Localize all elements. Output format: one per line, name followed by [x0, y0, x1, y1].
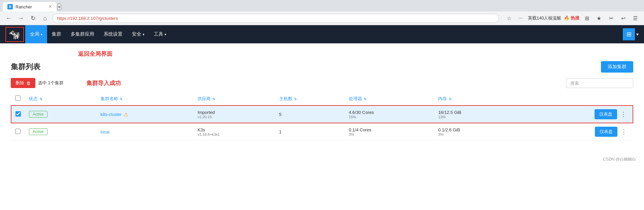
table-header: 状态 ⇅ 集群名称 ⇅ 供应商 ⇅ 主机数 ⇅ 处理器 ⇅: [11, 92, 633, 106]
cut-button[interactable]: ✂: [606, 13, 616, 23]
row2-checkbox-cell: [11, 123, 25, 140]
row1-provider-version: v1.20.15: [198, 115, 271, 119]
row2-cpu: 0.1/4 Cores 3%: [349, 127, 430, 136]
main-content: 返回全局界面 集群列表 添加集群 删除 🗑 选中 1个集群 集群导入成功 状态 …: [0, 43, 644, 147]
browser-address-bar: ← → ↻ ⌂ https://192.168.2.107/g/clusters…: [0, 11, 644, 25]
row1-provider-cell: Imported v1.20.15: [193, 106, 275, 123]
nav-settings-label: 系统设置: [104, 31, 122, 37]
refresh-button[interactable]: ↻: [28, 13, 38, 23]
menu-button[interactable]: ☰: [631, 13, 640, 23]
user-avatar[interactable]: ⊞: [623, 28, 635, 40]
th-memory[interactable]: 内存 ⇅: [434, 92, 518, 106]
th-actions: [518, 92, 633, 106]
nav-item-global[interactable]: 全局 ▾: [25, 25, 47, 43]
nav-item-multicluster[interactable]: 多集群应用: [66, 25, 99, 43]
th-provider-sort: ⇅: [213, 97, 215, 101]
row1-name-cell: k8s-cluster ⚠: [97, 106, 194, 123]
row1-cpu-val: 4.6/30 Cores: [349, 110, 430, 115]
delete-icon: 🗑: [26, 81, 31, 86]
more-options-button[interactable]: ···: [516, 13, 525, 23]
app-header: 🐄 全局 ▾ 集群 多集群应用 系统设置 安全 ▾ 工具 ▾ ⊞ ▾: [0, 25, 644, 43]
page-title-row: 集群列表 添加集群: [11, 61, 633, 73]
user-icon-symbol: ⊞: [627, 31, 632, 38]
row2-memory-cell: 0.1/2.6 GiB 3%: [434, 123, 518, 140]
row1-more-button[interactable]: ⋮: [618, 110, 629, 119]
nav-tools-label: 工具: [154, 31, 163, 37]
forward-button[interactable]: →: [16, 13, 26, 23]
row2-cpu-val: 0.1/4 Cores: [349, 127, 430, 132]
th-memory-label: 内存: [438, 96, 447, 101]
row1-provider-name: Imported: [198, 110, 271, 115]
table-body: Active k8s-cluster ⚠ Imported v1.20.15 5: [11, 106, 633, 140]
row2-checkbox[interactable]: [15, 129, 21, 134]
nav-item-settings[interactable]: 系统设置: [99, 25, 127, 43]
th-cpu-sort: ⇅: [364, 97, 366, 101]
row2-actions-cell: 仪表盘 ⋮: [518, 123, 633, 140]
row1-hosts: 5: [279, 112, 282, 117]
row1-dashboard-button[interactable]: 仪表盘: [595, 109, 617, 119]
th-name-sort: ⇅: [120, 97, 122, 101]
th-cpu[interactable]: 处理器 ⇅: [345, 92, 434, 106]
back-button[interactable]: ←: [4, 13, 13, 23]
nav-item-cluster[interactable]: 集群: [47, 25, 66, 43]
delete-button[interactable]: 删除 🗑: [11, 78, 35, 88]
row1-status-cell: Active: [25, 106, 97, 123]
th-name-label: 集群名称: [101, 96, 118, 101]
th-checkbox: [11, 92, 25, 106]
row2-provider-version: v1.18.8+k3s1: [198, 132, 271, 136]
th-hosts-sort: ⇅: [294, 97, 297, 101]
home-button[interactable]: ⌂: [40, 13, 50, 23]
undo-button[interactable]: ↩: [618, 13, 628, 23]
row1-status-badge: Active: [29, 111, 47, 118]
row1-action-cell: 仪表盘 ⋮: [523, 109, 629, 119]
grid-button[interactable]: ⊞: [582, 13, 592, 23]
row1-memory: 16/12.5 GiB 13%: [438, 110, 514, 119]
footer-credit: CSDN @白幽幽白: [603, 157, 636, 162]
row1-cluster-name: k8s-cluster: [101, 112, 122, 117]
row2-action-cell: 仪表盘 ⋮: [523, 127, 629, 137]
hot-badge: 🔥 热搜: [564, 15, 579, 21]
row2-dashboard-button[interactable]: 仪表盘: [595, 127, 617, 137]
row2-memory-val: 0.1/2.6 GiB: [438, 127, 514, 132]
rancher-favicon: R: [7, 4, 13, 9]
row2-status-cell: Active: [25, 123, 97, 140]
row1-cluster-link[interactable]: k8s-cluster ⚠: [101, 111, 190, 118]
row2-provider: K3s v1.18.8+k3s1: [198, 127, 271, 136]
row1-cpu-cell: 4.6/30 Cores 15%: [345, 106, 434, 123]
row2-cluster-link[interactable]: local: [101, 129, 190, 134]
app-logo: 🐄: [9, 29, 21, 40]
browser-actions: ☆ ···: [504, 13, 525, 23]
nav-item-security[interactable]: 安全 ▾: [127, 25, 149, 43]
table-row: Active local K3s v1.18.8+k3s1 1: [11, 123, 633, 140]
select-all-checkbox[interactable]: [15, 95, 21, 101]
address-bar[interactable]: https://192.168.2.107/g/clusters: [52, 14, 499, 23]
row2-cluster-name: local: [101, 129, 110, 134]
tab-close-button[interactable]: ×: [49, 4, 52, 9]
th-status[interactable]: 状态 ⇅: [25, 92, 97, 106]
th-hosts[interactable]: 主机数 ⇅: [275, 92, 345, 106]
add-cluster-button[interactable]: 添加集群: [601, 61, 633, 73]
nav-cluster-label: 集群: [52, 31, 61, 37]
th-provider[interactable]: 供应商 ⇅: [193, 92, 275, 106]
search-input[interactable]: [566, 78, 633, 88]
annotation-import-success: 集群导入成功: [86, 79, 121, 87]
row1-actions-cell: 仪表盘 ⋮: [518, 106, 633, 123]
nav-global-label: 全局: [30, 31, 39, 37]
nav-item-tools[interactable]: 工具 ▾: [149, 25, 171, 43]
user-dropdown-chevron[interactable]: ▾: [636, 32, 639, 37]
th-status-label: 状态: [29, 96, 38, 101]
app-logo-box: 🐄: [5, 27, 24, 42]
table-row: Active k8s-cluster ⚠ Imported v1.20.15 5: [11, 106, 633, 123]
th-status-sort: ⇅: [40, 97, 42, 101]
th-hosts-label: 主机数: [279, 96, 292, 101]
star-button[interactable]: ★: [594, 13, 604, 23]
row1-checkbox[interactable]: [15, 111, 21, 117]
new-tab-button[interactable]: +: [57, 4, 61, 10]
row2-status-badge: Active: [29, 128, 47, 135]
bookmark-button[interactable]: ☆: [504, 13, 514, 23]
th-provider-label: 供应商: [198, 96, 211, 101]
th-name[interactable]: 集群名称 ⇅: [97, 92, 194, 106]
row2-more-button[interactable]: ⋮: [619, 127, 629, 136]
row2-hosts-cell: 1: [275, 123, 345, 140]
browser-tab-rancher[interactable]: R Rancher ×: [3, 2, 57, 11]
